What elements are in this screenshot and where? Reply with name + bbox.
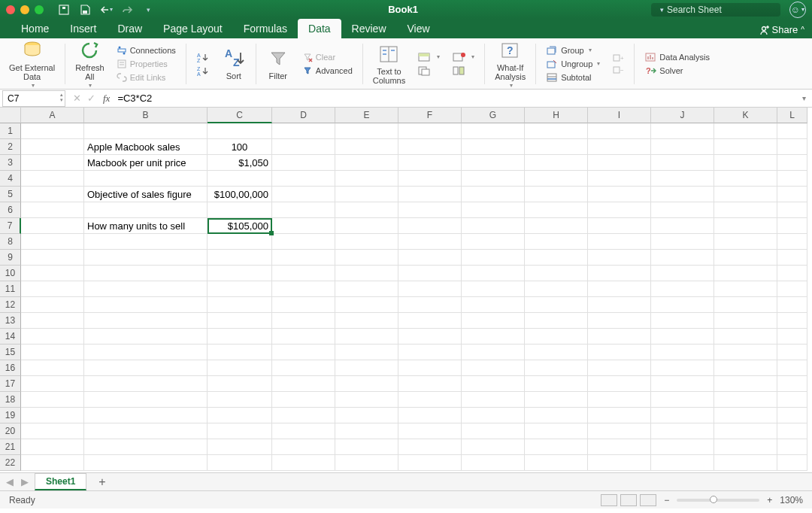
cell-C17[interactable] — [208, 376, 272, 392]
cell-K15[interactable] — [714, 345, 777, 360]
cell-J11[interactable] — [651, 281, 714, 297]
cell-D12[interactable] — [272, 297, 335, 313]
cell-B19[interactable] — [84, 408, 208, 423]
cell-I4[interactable] — [588, 171, 651, 187]
cell-I19[interactable] — [588, 408, 651, 423]
formula-input[interactable]: =C3*C2 — [114, 91, 796, 105]
cell-E19[interactable] — [335, 408, 398, 423]
cell-B13[interactable] — [84, 313, 208, 329]
row-header-5[interactable]: 5 — [0, 187, 21, 202]
tab-insert[interactable]: Insert — [59, 19, 107, 38]
cell-J17[interactable] — [651, 376, 714, 392]
row-header-8[interactable]: 8 — [0, 234, 21, 250]
cell-L5[interactable] — [777, 187, 807, 202]
cell-B20[interactable] — [84, 423, 208, 439]
cell-L16[interactable] — [777, 360, 807, 376]
cell-G11[interactable] — [462, 281, 525, 297]
cell-K10[interactable] — [714, 266, 777, 281]
cell-G3[interactable] — [462, 155, 525, 171]
close-window-icon[interactable] — [6, 5, 15, 14]
cell-L14[interactable] — [777, 329, 807, 345]
cell-I8[interactable] — [588, 234, 651, 250]
cell-H8[interactable] — [525, 234, 588, 250]
row-header-10[interactable]: 10 — [0, 266, 21, 281]
cell-F2[interactable] — [398, 139, 462, 155]
cell-E15[interactable] — [335, 345, 398, 360]
cell-B9[interactable] — [84, 250, 208, 266]
cell-J6[interactable] — [651, 202, 714, 218]
minimize-window-icon[interactable] — [20, 5, 29, 14]
fill-handle[interactable] — [269, 231, 274, 235]
cell-G17[interactable] — [462, 376, 525, 392]
cell-A12[interactable] — [21, 297, 84, 313]
refresh-all-button[interactable]: Refresh All ▾ — [75, 38, 105, 89]
cell-D3[interactable] — [272, 155, 335, 171]
cell-K7[interactable] — [714, 218, 777, 234]
cell-F9[interactable] — [398, 250, 462, 266]
cell-J16[interactable] — [651, 360, 714, 376]
cell-J21[interactable] — [651, 439, 714, 455]
cell-E7[interactable] — [335, 218, 398, 234]
cell-E1[interactable] — [335, 123, 398, 139]
cell-E16[interactable] — [335, 360, 398, 376]
row-header-11[interactable]: 11 — [0, 281, 21, 297]
cell-E2[interactable] — [335, 139, 398, 155]
cell-I17[interactable] — [588, 376, 651, 392]
sort-asc-button[interactable]: AZ — [195, 51, 211, 63]
cell-D2[interactable] — [272, 139, 335, 155]
cell-L2[interactable] — [777, 139, 807, 155]
cell-G9[interactable] — [462, 250, 525, 266]
cell-G2[interactable] — [462, 139, 525, 155]
cell-H6[interactable] — [525, 202, 588, 218]
cell-A22[interactable] — [21, 455, 84, 471]
cell-H20[interactable] — [525, 423, 588, 439]
cell-E21[interactable] — [335, 439, 398, 455]
cell-F18[interactable] — [398, 392, 462, 408]
cell-I9[interactable] — [588, 250, 651, 266]
cell-B17[interactable] — [84, 376, 208, 392]
cell-A13[interactable] — [21, 313, 84, 329]
cell-A2[interactable] — [21, 139, 84, 155]
cell-J3[interactable] — [651, 155, 714, 171]
cell-D10[interactable] — [272, 266, 335, 281]
cell-G12[interactable] — [462, 297, 525, 313]
cell-A8[interactable] — [21, 234, 84, 250]
cell-D18[interactable] — [272, 392, 335, 408]
cell-F21[interactable] — [398, 439, 462, 455]
solver-button[interactable]: ?Solver — [643, 65, 711, 77]
cell-E11[interactable] — [335, 281, 398, 297]
cell-F10[interactable] — [398, 266, 462, 281]
row-header-19[interactable]: 19 — [0, 408, 21, 423]
zoom-in-button[interactable]: + — [767, 495, 772, 505]
cell-I12[interactable] — [588, 297, 651, 313]
cell-H11[interactable] — [525, 281, 588, 297]
cell-L1[interactable] — [777, 123, 807, 139]
cell-I2[interactable] — [588, 139, 651, 155]
cell-K9[interactable] — [714, 250, 777, 266]
cell-G21[interactable] — [462, 439, 525, 455]
cell-L10[interactable] — [777, 266, 807, 281]
cell-F11[interactable] — [398, 281, 462, 297]
cell-G16[interactable] — [462, 360, 525, 376]
cell-I21[interactable] — [588, 439, 651, 455]
cell-H13[interactable] — [525, 313, 588, 329]
cell-K20[interactable] — [714, 423, 777, 439]
row-header-3[interactable]: 3 — [0, 155, 21, 171]
cell-D4[interactable] — [272, 171, 335, 187]
cell-F1[interactable] — [398, 123, 462, 139]
data-analysis-button[interactable]: Data Analysis — [643, 51, 711, 63]
row-header-13[interactable]: 13 — [0, 313, 21, 329]
cell-A5[interactable] — [21, 187, 84, 202]
row-header-1[interactable]: 1 — [0, 123, 21, 139]
cell-C13[interactable] — [208, 313, 272, 329]
col-header-C[interactable]: C — [208, 108, 272, 123]
cell-F3[interactable] — [398, 155, 462, 171]
cancel-formula-icon[interactable]: ✕ — [73, 93, 81, 104]
zoom-level[interactable]: 130% — [780, 495, 803, 505]
cell-G4[interactable] — [462, 171, 525, 187]
cell-L13[interactable] — [777, 313, 807, 329]
autosave-icon[interactable] — [57, 3, 71, 17]
cell-J15[interactable] — [651, 345, 714, 360]
cell-G15[interactable] — [462, 345, 525, 360]
cell-J10[interactable] — [651, 266, 714, 281]
